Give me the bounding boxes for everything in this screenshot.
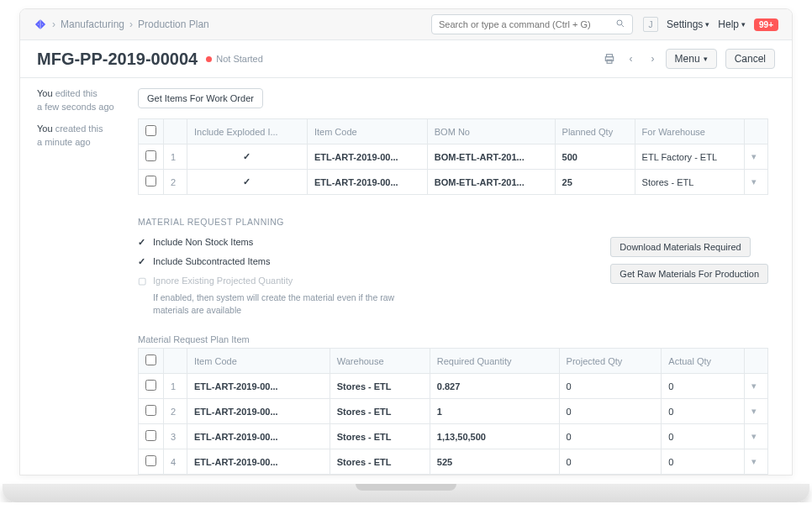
col-warehouse: Warehouse [330,349,430,374]
help-text: If enabled, then system will create the … [153,292,430,316]
select-all-checkbox[interactable] [145,355,156,365]
check-icon: ✓ [138,256,148,267]
caret-down-icon: ▾ [704,55,708,63]
notification-badge[interactable]: 99+ [754,18,778,31]
status-label: Not Started [216,54,263,64]
col-projected-qty: Projected Qty [559,349,662,374]
table-row[interactable]: 4 ETL-ART-2019-00... Stores - ETL 525 0 … [139,449,768,475]
checkbox-non-stock[interactable]: ✓Include Non Stock Items [138,237,577,248]
user-avatar[interactable]: J [643,17,658,32]
settings-menu[interactable]: Settings▾ [667,18,709,30]
row-menu-icon[interactable]: ▾ [745,424,768,449]
table-row[interactable]: 2 ETL-ART-2019-00... Stores - ETL 1 0 0 … [139,399,768,424]
svg-point-0 [617,20,622,25]
breadcrumb-production-plan[interactable]: Production Plan [138,18,209,30]
download-materials-button[interactable]: Download Materials Required [610,237,750,257]
check-icon: ✓ [138,237,148,248]
caret-down-icon: ▾ [705,20,709,29]
table-row[interactable]: 1 ETL-ART-2019-00... Stores - ETL 0.827 … [139,374,768,399]
row-menu-icon[interactable]: ▾ [745,449,768,475]
prev-icon[interactable]: ‹ [622,50,641,68]
checkbox-subcontracted[interactable]: ✓Include Subcontracted Items [138,256,577,267]
checkbox-ignore-projected[interactable]: ▢Ignore Existing Projected Quantity [138,276,577,286]
check-icon: ✓ [243,176,250,186]
col-required-qty: Required Quantity [430,349,559,374]
status-indicator: Not Started [206,54,263,64]
row-menu-icon[interactable]: ▾ [745,374,768,399]
table-row[interactable]: 1 ✓ ETL-ART-2019-00... BOM-ETL-ART-201..… [139,144,768,170]
col-item-code: Item Code [187,349,330,374]
document-title: MFG-PP-2019-00004 [37,50,198,69]
check-icon: ✓ [243,151,250,161]
col-planned-qty: Planned Qty [555,119,635,144]
row-checkbox[interactable] [145,150,156,161]
row-menu-icon[interactable]: ▾ [745,399,768,424]
menu-button[interactable]: Menu▾ [666,49,717,69]
search-icon [615,18,625,30]
col-item-code: Item Code [307,119,427,144]
material-request-items-table: Item Code Warehouse Required Quantity Pr… [138,348,768,475]
work-order-items-table: Include Exploded I... Item Code BOM No P… [138,118,768,195]
print-icon[interactable] [600,50,619,68]
col-bom-no: BOM No [427,119,555,144]
status-dot-icon [206,56,212,62]
checkbox-empty-icon: ▢ [138,276,148,286]
timeline-entry: You edited this a few seconds ago [37,88,138,112]
table-row[interactable]: 2 ✓ ETL-ART-2019-00... BOM-ETL-ART-201..… [139,170,768,195]
row-checkbox[interactable] [145,405,156,416]
get-items-button[interactable]: Get Items For Work Order [138,88,263,108]
chevron-right-icon: › [52,18,55,30]
section-material-request-planning: MATERIAL REQUEST PLANNING [138,217,768,227]
search-input[interactable] [439,19,615,29]
breadcrumb-manufacturing[interactable]: Manufacturing [61,18,124,30]
row-checkbox[interactable] [145,380,156,391]
row-checkbox[interactable] [145,176,156,186]
next-icon[interactable]: › [644,50,662,68]
section-material-request-plan-item: Material Request Plan Item [138,334,768,344]
global-search[interactable] [431,14,633,34]
get-raw-materials-button[interactable]: Get Raw Materials For Production [610,264,768,284]
col-include-exploded: Include Exploded I... [187,119,308,144]
row-menu-icon[interactable]: ▾ [745,170,768,195]
svg-line-1 [621,25,624,28]
caret-down-icon: ▾ [741,20,746,29]
select-all-checkbox[interactable] [145,125,156,136]
row-checkbox[interactable] [145,455,156,466]
cancel-button[interactable]: Cancel [725,49,775,69]
col-for-warehouse: For Warehouse [635,119,744,144]
timeline-entry: You created this a minute ago [37,123,138,147]
col-actual-qty: Actual Qty [662,349,745,374]
chevron-right-icon: › [129,18,133,30]
row-menu-icon[interactable]: ▾ [745,144,768,170]
table-row[interactable]: 3 ETL-ART-2019-00... Stores - ETL 1,13,5… [139,424,768,449]
row-checkbox[interactable] [145,430,156,441]
help-menu[interactable]: Help▾ [718,18,746,30]
app-logo-icon[interactable] [34,18,47,31]
